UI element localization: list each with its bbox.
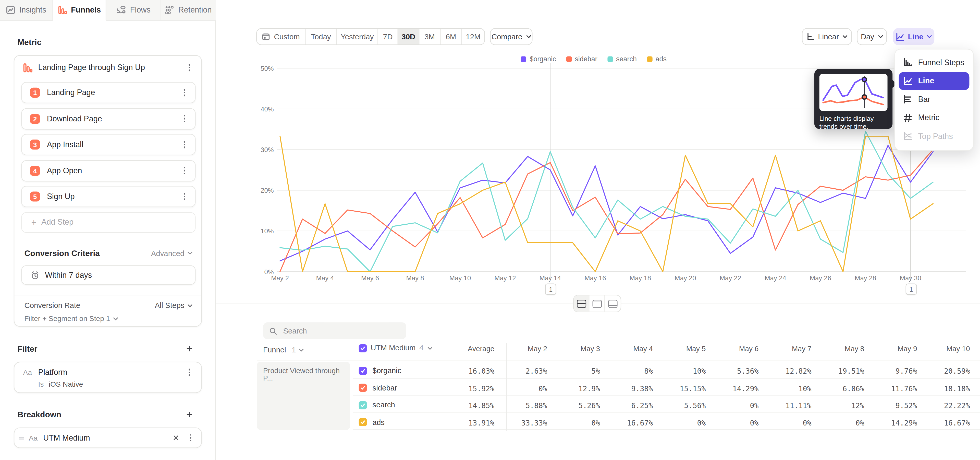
- row-checkbox[interactable]: [359, 418, 367, 426]
- breakdown-card[interactable]: Aa UTM Medium: [14, 428, 202, 448]
- menu-item-funnel-steps[interactable]: Funnel Steps: [899, 53, 969, 72]
- range-6m[interactable]: 6M: [441, 29, 462, 45]
- annotation-badge[interactable]: 1: [905, 283, 917, 295]
- table-cell: 9.52%: [867, 401, 917, 410]
- legend-item[interactable]: sidebar: [566, 55, 597, 62]
- table-row-name: ads: [359, 418, 385, 426]
- tab-flows[interactable]: Flows: [106, 0, 161, 20]
- clock-icon: [30, 271, 39, 280]
- step-kebab-menu[interactable]: [180, 113, 189, 123]
- table-cell: 33.33%: [497, 418, 547, 427]
- breakdown-heading: Breakdown: [18, 410, 62, 419]
- step-kebab-menu[interactable]: [180, 192, 189, 201]
- chevron-down-icon: [526, 35, 531, 38]
- tab-insights[interactable]: Insights: [0, 0, 53, 20]
- layout-split-view-button[interactable]: [574, 295, 589, 312]
- funnel-step-1[interactable]: 1 Landing Page: [21, 82, 196, 103]
- select-all-checkbox[interactable]: [359, 344, 367, 352]
- layout-table-only-button[interactable]: [605, 295, 620, 312]
- funnel-kebab-menu[interactable]: [185, 62, 194, 73]
- legend-item[interactable]: $organic: [521, 55, 556, 62]
- table-cell: 22.22%: [920, 401, 970, 410]
- menu-item-bar[interactable]: Bar: [899, 90, 969, 109]
- funnels-icon: [58, 6, 67, 14]
- range-7d[interactable]: 7D: [378, 29, 398, 45]
- column-header: May 3: [550, 345, 600, 352]
- filter-value[interactable]: iOS Native: [49, 380, 83, 388]
- filter-kebab-menu[interactable]: [185, 367, 194, 377]
- conversion-window-button[interactable]: Within 7 days: [21, 265, 196, 285]
- legend-item[interactable]: ads: [647, 55, 667, 62]
- legend-item[interactable]: search: [608, 55, 637, 62]
- legend-label: $organic: [530, 55, 556, 62]
- series-line-organic[interactable]: [280, 145, 933, 261]
- chart-type-dropdown[interactable]: Line: [893, 28, 935, 45]
- table-cell: 10%: [655, 367, 706, 375]
- date-range-picker: Custom Today Yesterday 7D 30D 3M 6M 12M: [256, 28, 485, 45]
- table-cell: 12.82%: [762, 367, 811, 375]
- drag-handle-icon[interactable]: [19, 435, 24, 440]
- step-kebab-menu[interactable]: [180, 88, 189, 97]
- table-cell: 20.59%: [920, 367, 970, 375]
- segment-label: ads: [372, 418, 385, 426]
- breakdown-column-header: UTM Medium 4: [359, 343, 432, 352]
- funnel-step-5[interactable]: 5 Sign Up: [21, 186, 196, 207]
- funnel-metric-icon: [23, 63, 33, 72]
- search-input[interactable]: [282, 326, 397, 336]
- range-today[interactable]: Today: [306, 29, 337, 45]
- y-tick-label: 20%: [236, 187, 274, 194]
- funnel-step-4[interactable]: 4 App Open: [21, 160, 196, 181]
- add-step-button[interactable]: + Add Step: [21, 212, 196, 233]
- compare-button[interactable]: Compare: [490, 28, 533, 45]
- table-cell: 0%: [655, 418, 706, 427]
- series-line-ads[interactable]: [280, 136, 933, 272]
- funnel-step-2[interactable]: 2 Download Page: [21, 108, 196, 129]
- range-custom[interactable]: Custom: [257, 29, 306, 45]
- scale-dropdown[interactable]: Linear: [802, 28, 852, 45]
- table-cell: 6.06%: [815, 384, 864, 393]
- filter-heading: Filter: [18, 344, 38, 354]
- chevron-down-icon: [299, 348, 304, 351]
- row-checkbox[interactable]: [359, 366, 367, 375]
- funnel-column-header[interactable]: Funnel 1: [263, 345, 304, 354]
- table-group-cell[interactable]: Product Viewed through P...: [257, 362, 350, 430]
- step-kebab-menu[interactable]: [180, 139, 189, 150]
- filter-segment-dropdown[interactable]: Filter + Segment on Step 1: [24, 315, 118, 322]
- row-checkbox[interactable]: [359, 401, 367, 409]
- breakdown-section-header: Breakdown +: [18, 410, 192, 419]
- chevron-down-icon: [878, 35, 883, 38]
- step-kebab-menu[interactable]: [180, 166, 189, 176]
- breakdown-kebab-menu[interactable]: [186, 433, 195, 442]
- menu-item-metric[interactable]: Metric: [899, 109, 969, 127]
- line-chart-icon: [903, 76, 913, 86]
- chevron-down-icon: [188, 251, 192, 254]
- add-step-label: Add Step: [41, 218, 73, 227]
- table-cell: 18.18%: [920, 384, 970, 393]
- table-cell: 19.51%: [815, 367, 864, 375]
- tab-funnels[interactable]: Funnels: [53, 0, 106, 21]
- add-breakdown-button[interactable]: +: [186, 410, 192, 419]
- layout-chart-only-button[interactable]: [589, 295, 605, 312]
- range-12m[interactable]: 12M: [462, 29, 484, 45]
- range-30d[interactable]: 30D: [398, 29, 419, 45]
- all-steps-dropdown[interactable]: All Steps: [155, 301, 192, 310]
- menu-item-line[interactable]: Line: [899, 72, 969, 90]
- remove-breakdown-icon[interactable]: [173, 435, 179, 441]
- filter-card[interactable]: Aa Platform Is iOS Native: [14, 362, 202, 393]
- table-cell: 0%: [762, 418, 811, 427]
- x-tick-label: May 24: [757, 274, 794, 282]
- funnel-step-3[interactable]: 3 App Install: [21, 134, 196, 155]
- advanced-dropdown[interactable]: Advanced: [151, 249, 192, 257]
- tab-retention[interactable]: Retention: [161, 0, 216, 20]
- table-cell: 0%: [550, 418, 600, 427]
- check-icon: [360, 402, 366, 407]
- chevron-down-icon[interactable]: [427, 347, 432, 350]
- plus-icon: +: [31, 218, 36, 227]
- add-filter-button[interactable]: +: [186, 345, 192, 353]
- range-3m[interactable]: 3M: [419, 29, 441, 45]
- range-yesterday[interactable]: Yesterday: [337, 29, 378, 45]
- granularity-dropdown[interactable]: Day: [857, 28, 887, 45]
- row-checkbox[interactable]: [359, 383, 367, 392]
- annotation-badge[interactable]: 1: [545, 283, 556, 295]
- segment-label: search: [372, 401, 395, 409]
